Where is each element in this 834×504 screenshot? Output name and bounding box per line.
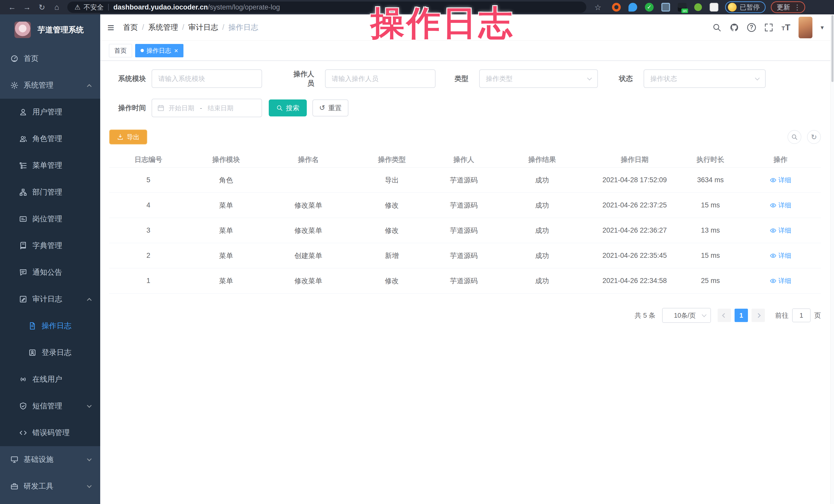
- status-label: 状态: [618, 74, 638, 83]
- user-avatar[interactable]: [798, 17, 812, 38]
- detail-link[interactable]: 详细: [770, 251, 791, 260]
- extension-green-circle-icon[interactable]: ✓: [645, 3, 654, 12]
- search-button[interactable]: 搜索: [269, 100, 307, 116]
- cell-date: 2021-04-26 22:36:27: [588, 218, 681, 243]
- sidebar-item-login-log[interactable]: 登录日志: [0, 339, 100, 366]
- bookmark-star-icon[interactable]: ☆: [590, 3, 605, 12]
- cell-date: 2021-04-26 22:37:25: [588, 193, 681, 218]
- profile-paused-chip[interactable]: 已暂停: [725, 1, 766, 13]
- extensions-puzzle-icon[interactable]: [710, 3, 718, 12]
- tab-home[interactable]: 首页: [109, 44, 132, 57]
- column-header: 操作: [740, 152, 821, 167]
- close-tab-icon[interactable]: ×: [174, 47, 178, 54]
- cell-type: 导出: [352, 168, 432, 193]
- sidebar-item-sms-mgmt[interactable]: 短信管理: [0, 393, 100, 419]
- type-select[interactable]: 操作类型: [479, 69, 598, 88]
- sidebar-item-role-mgmt[interactable]: 角色管理: [0, 126, 100, 152]
- detail-link[interactable]: 详细: [770, 226, 791, 235]
- toolbox-icon: [10, 482, 19, 490]
- profile-emoji-icon: [728, 3, 737, 12]
- search-icon[interactable]: [712, 23, 722, 32]
- online-signal-icon: [19, 375, 27, 384]
- toggle-search-button[interactable]: [788, 130, 802, 144]
- sidebar-item-notice[interactable]: 通知公告: [0, 259, 100, 286]
- extension-stack-icon[interactable]: on: [678, 3, 686, 12]
- browser-update-button[interactable]: 更新 ⋮: [771, 1, 805, 13]
- export-button-label: 导出: [127, 133, 139, 141]
- cell-result: 成功: [496, 268, 588, 293]
- detail-label: 详细: [778, 251, 791, 260]
- cell-type: 修改: [352, 193, 432, 218]
- operator-label: 操作人员: [289, 69, 320, 88]
- sidebar-item-home[interactable]: 首页: [0, 45, 100, 72]
- browser-menu-icon[interactable]: ⋮: [794, 3, 801, 12]
- cell-name: 修改菜单: [265, 268, 352, 293]
- message-bubble-icon: [19, 268, 27, 277]
- sidebar-toggle-icon[interactable]: ≡: [107, 21, 114, 35]
- extension-blue-pin-icon[interactable]: [629, 3, 637, 12]
- sidebar-item-operate-log[interactable]: 操作日志: [0, 312, 100, 339]
- detail-link[interactable]: 详细: [770, 277, 791, 285]
- sidebar-item-post-mgmt[interactable]: 岗位管理: [0, 205, 100, 232]
- help-icon[interactable]: ?: [747, 23, 756, 32]
- reset-button[interactable]: ↺ 重置: [312, 100, 348, 116]
- date-range-picker[interactable]: 开始日期 - 结束日期: [152, 99, 262, 117]
- module-input[interactable]: [152, 69, 262, 88]
- detail-link[interactable]: 详细: [770, 201, 791, 210]
- avatar-caret-icon[interactable]: ▾: [821, 24, 824, 31]
- operator-input[interactable]: [325, 69, 436, 88]
- browser-forward-icon[interactable]: →: [20, 3, 35, 12]
- sidebar-item-label: 岗位管理: [32, 214, 62, 224]
- sidebar-item-label: 角色管理: [32, 134, 62, 144]
- breadcrumb: 首页/ 系统管理/ 审计日志/ 操作日志: [123, 22, 258, 32]
- browser-back-icon[interactable]: ←: [5, 3, 20, 12]
- sidebar-item-online-users[interactable]: 在线用户: [0, 366, 100, 393]
- prev-page-button[interactable]: [718, 309, 731, 322]
- system-mgmt-submenu: 用户管理 角色管理 菜单管理 部门管理: [0, 99, 100, 446]
- tab-operate-log[interactable]: 操作日志 ×: [135, 44, 183, 57]
- sidebar-item-dict-mgmt[interactable]: 字典管理: [0, 232, 100, 259]
- cell-module: 菜单: [188, 243, 265, 268]
- sidebar-item-dept-mgmt[interactable]: 部门管理: [0, 179, 100, 205]
- sidebar-item-label: 菜单管理: [32, 160, 62, 171]
- status-select[interactable]: 操作状态: [644, 69, 766, 88]
- next-page-button[interactable]: [751, 309, 765, 322]
- extension-pages-icon[interactable]: [661, 3, 670, 12]
- sidebar-item-system-mgmt[interactable]: 系统管理: [0, 72, 100, 99]
- page-size-select[interactable]: 10条/页: [662, 308, 711, 323]
- breadcrumb-home[interactable]: 首页: [123, 22, 138, 32]
- browser-reload-icon[interactable]: ↻: [35, 3, 49, 12]
- github-icon[interactable]: [730, 23, 739, 32]
- page-number-1[interactable]: 1: [734, 309, 748, 322]
- font-size-icon[interactable]: TT: [782, 22, 790, 32]
- sidebar-item-infrastructure[interactable]: 基础设施: [0, 446, 100, 473]
- sidebar-item-error-code-mgmt[interactable]: 错误码管理: [0, 419, 100, 446]
- screen: ← → ↻ ⌂ ⚠ 不安全 dashboard.yudao.iocoder.cn…: [0, 0, 834, 504]
- table-row: 3 菜单 修改菜单 修改 芋道源码 成功 2021-04-26 22:36:27…: [109, 218, 821, 243]
- cell-module: 角色: [188, 168, 265, 193]
- cell-log-id: 2: [109, 243, 188, 268]
- breadcrumb-audit-log[interactable]: 审计日志: [188, 22, 218, 32]
- detail-link[interactable]: 详细: [770, 176, 791, 184]
- sidebar-item-dev-tools[interactable]: 研发工具: [0, 473, 100, 500]
- login-log-icon: [28, 349, 37, 357]
- sidebar-item-audit-log[interactable]: 审计日志: [0, 286, 100, 312]
- browser-home-icon[interactable]: ⌂: [49, 3, 64, 12]
- goto-page-input[interactable]: [792, 308, 811, 322]
- table-row: 5 角色 导出 芋道源码 成功 2021-04-28 17:52:09 3634…: [109, 168, 821, 193]
- sidebar-item-user-mgmt[interactable]: 用户管理: [0, 99, 100, 126]
- sidebar-item-menu-mgmt[interactable]: 菜单管理: [0, 152, 100, 179]
- page-scrollbar[interactable]: [830, 15, 834, 504]
- fullscreen-icon[interactable]: [764, 23, 773, 32]
- extension-green-leaf-icon[interactable]: [694, 3, 702, 11]
- extension-orange-ring-icon[interactable]: [612, 3, 621, 12]
- cell-module: 菜单: [188, 218, 265, 243]
- app-logo[interactable]: 芋道管理系统: [0, 15, 100, 45]
- address-bar[interactable]: ⚠ 不安全 dashboard.yudao.iocoder.cn/system/…: [67, 2, 586, 13]
- page-content: 系统模块 操作人员 类型 操作类型 状态 操作状态: [100, 61, 834, 323]
- scrollbar-thumb[interactable]: [831, 15, 833, 82]
- breadcrumb-system-mgmt[interactable]: 系统管理: [148, 22, 178, 32]
- detail-label: 详细: [778, 226, 791, 235]
- refresh-table-button[interactable]: ↻: [807, 130, 821, 144]
- export-button[interactable]: 导出: [109, 130, 147, 145]
